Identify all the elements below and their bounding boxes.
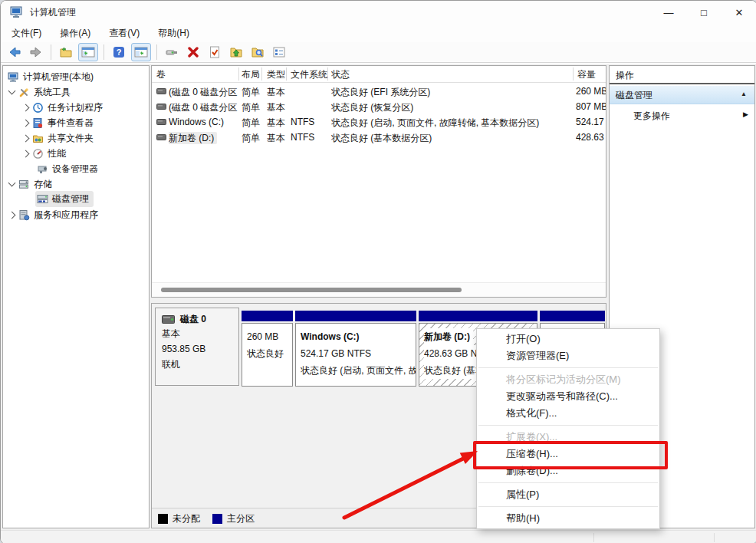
computer-icon	[8, 71, 19, 83]
column-divider[interactable]	[261, 67, 262, 81]
chevron-right-icon[interactable]	[22, 150, 30, 157]
legend-primary-swatch	[212, 514, 222, 524]
menu-item-change-drive-letter[interactable]: 更改驱动器号和路径(C)...	[477, 388, 659, 405]
volume-icon	[156, 134, 166, 140]
horizontal-scrollbar[interactable]	[152, 282, 606, 297]
legend-primary-label: 主分区	[227, 512, 255, 525]
col-filesystem[interactable]: 文件系统	[291, 68, 327, 81]
column-divider[interactable]	[238, 67, 239, 81]
tree-item-device-manager[interactable]: 设备管理器	[3, 161, 98, 176]
volume-icon	[156, 88, 166, 94]
actions-group-disk-management[interactable]: 磁盘管理 ▲	[610, 86, 754, 104]
help-icon[interactable]: ?	[110, 44, 128, 61]
col-type[interactable]: 类型	[267, 68, 285, 81]
chevron-down-icon[interactable]	[8, 179, 16, 187]
menu-file[interactable]: 文件(F)	[4, 25, 49, 42]
menu-item-properties[interactable]: 属性(P)	[477, 486, 659, 503]
primary-partition-bar	[419, 311, 537, 321]
console-window-alt-icon[interactable]	[131, 43, 151, 61]
folder-search-icon[interactable]	[248, 44, 267, 61]
maximize-button[interactable]: □	[686, 1, 721, 24]
collapse-icon[interactable]: ▲	[741, 90, 747, 97]
console-tree-pane: 计算机管理(本地) 系统工具 任务计划程序 事件查看器 共享文件夹	[2, 65, 150, 528]
col-status[interactable]: 状态	[331, 68, 350, 81]
table-row-selected[interactable]: 新加卷 (D:) 简单 基本 NTFS 状态良好 (基本数据分区) 428.63	[152, 130, 606, 145]
table-row[interactable]: Windows (C:) 简单 基本 NTFS 状态良好 (启动, 页面文件, …	[152, 114, 606, 130]
check-document-icon[interactable]	[205, 44, 224, 61]
col-layout[interactable]: 布局	[242, 68, 260, 81]
tree-item-computer-management[interactable]: 计算机管理(本地)	[3, 69, 94, 84]
legend-unallocated-swatch	[158, 514, 168, 524]
chevron-right-icon[interactable]	[8, 211, 16, 219]
status-divider	[714, 533, 715, 542]
back-icon[interactable]	[5, 44, 24, 61]
legend-unallocated-label: 未分配	[173, 512, 200, 525]
partition-block-efi[interactable]: 260 MB 状态良好	[242, 311, 293, 387]
chevron-right-icon[interactable]	[22, 134, 30, 142]
menu-separator	[478, 506, 658, 507]
annotation-highlight-box	[473, 441, 668, 469]
tree-item-system-tools[interactable]: 系统工具	[3, 84, 71, 100]
tree-item-event-viewer[interactable]: 事件查看器	[3, 115, 94, 130]
menu-item-mark-active: 将分区标记为活动分区(M)	[477, 371, 659, 388]
disk-name: 磁盘 0	[180, 311, 206, 327]
primary-partition-bar	[540, 311, 605, 321]
menu-item-format[interactable]: 格式化(F)...	[477, 405, 659, 422]
title-bar: 计算机管理 — □ ✕	[1, 1, 756, 24]
col-volume[interactable]: 卷	[156, 68, 166, 81]
properties-list-icon[interactable]	[270, 44, 288, 61]
folder-up-icon[interactable]	[227, 44, 245, 61]
volume-table-header: 卷 布局 类型 文件系统 状态 容量	[152, 66, 606, 83]
toolbar-separator	[104, 44, 104, 60]
menu-separator	[478, 425, 658, 426]
tree-item-task-scheduler[interactable]: 任务计划程序	[3, 100, 103, 115]
disk0-label-box[interactable]: 磁盘 0 基本 953.85 GB 联机	[155, 308, 239, 386]
menu-view[interactable]: 查看(V)	[101, 25, 147, 42]
scrollbar-thumb[interactable]	[161, 288, 462, 292]
more-actions-item[interactable]: 更多操作 ▶	[610, 106, 754, 124]
tree-item-disk-management[interactable]: 磁盘管理	[3, 191, 94, 206]
storage-icon	[18, 179, 30, 190]
menu-item-explorer[interactable]: 资源管理器(E)	[477, 347, 659, 364]
menu-separator	[478, 367, 658, 368]
col-capacity[interactable]: 容量	[577, 68, 596, 81]
shared-folder-icon	[32, 133, 44, 144]
chevron-down-icon[interactable]	[8, 87, 16, 95]
rescan-disks-icon[interactable]	[163, 44, 181, 61]
menu-action[interactable]: 操作(A)	[52, 25, 98, 42]
menu-item-open[interactable]: 打开(O)	[477, 331, 659, 347]
chevron-right-icon[interactable]	[22, 119, 30, 127]
column-divider[interactable]	[327, 67, 328, 81]
minimize-button[interactable]: —	[651, 1, 686, 24]
table-row[interactable]: (磁盘 0 磁盘分区 5) 简单 基本 状态良好 (恢复分区) 807 MB	[152, 99, 606, 114]
volume-list-pane: 卷 布局 类型 文件系统 状态 容量 (磁盘 0 磁盘分区 1) 简单 基本 状…	[151, 65, 606, 298]
console-window-icon[interactable]	[78, 43, 98, 61]
delete-icon[interactable]	[184, 44, 202, 61]
menu-help[interactable]: 帮助(H)	[150, 25, 197, 42]
column-divider[interactable]	[573, 67, 574, 81]
toolbar-separator	[156, 44, 157, 60]
folder-icon[interactable]	[57, 44, 75, 61]
menu-bar: 文件(F) 操作(A) 查看(V) 帮助(H)	[1, 24, 756, 42]
selected-volume-label: 新加卷 (D:)	[169, 132, 217, 144]
tree-item-performance[interactable]: 性能	[3, 146, 66, 161]
status-divider	[593, 533, 594, 542]
disk-icon	[162, 315, 175, 324]
tree-item-shared-folders[interactable]: 共享文件夹	[3, 130, 94, 146]
disk-status: 联机	[162, 357, 238, 372]
menu-separator	[478, 482, 658, 483]
partition-block-windows-c[interactable]: Windows (C:) 524.17 GB NTFS 状态良好 (启动, 页面…	[295, 311, 416, 387]
forward-icon[interactable]	[27, 44, 45, 61]
submenu-arrow-icon: ▶	[743, 110, 748, 118]
close-button[interactable]: ✕	[721, 1, 756, 24]
table-row[interactable]: (磁盘 0 磁盘分区 1) 简单 基本 状态良好 (EFI 系统分区) 260 …	[152, 84, 606, 99]
disk-type: 基本	[162, 326, 238, 341]
column-divider[interactable]	[286, 67, 287, 81]
tree-item-services-applications[interactable]: 服务和应用程序	[3, 207, 98, 222]
tree-item-storage[interactable]: 存储	[3, 176, 52, 192]
chevron-right-icon[interactable]	[22, 104, 30, 111]
svg-text:?: ?	[117, 48, 122, 57]
menu-item-help[interactable]: 帮助(H)	[477, 510, 659, 527]
tools-icon	[18, 87, 30, 98]
volume-icon	[156, 104, 166, 110]
